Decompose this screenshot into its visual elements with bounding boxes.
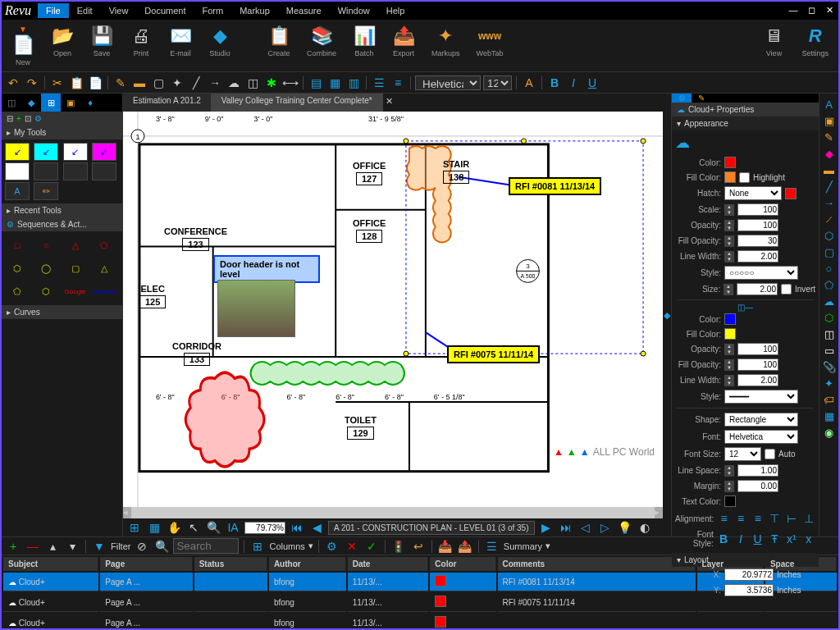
tab-properties[interactable]: ⚙ bbox=[672, 94, 692, 103]
panel-divider[interactable]: ◆ bbox=[663, 94, 671, 536]
markups-button[interactable]: ✦Markups bbox=[425, 23, 467, 68]
menu-view[interactable]: View bbox=[101, 3, 137, 18]
remove-markup[interactable]: — bbox=[25, 538, 41, 555]
highlight-check[interactable] bbox=[739, 172, 750, 183]
search-input[interactable] bbox=[173, 538, 239, 554]
create-button[interactable]: 📋Create bbox=[261, 23, 297, 68]
collapse-markup[interactable]: ▾ bbox=[64, 538, 80, 555]
tool-stamps[interactable]: ✦ bbox=[169, 75, 185, 91]
reply-icon[interactable]: ↩ bbox=[410, 538, 427, 555]
nav-select[interactable]: ↖ bbox=[185, 519, 202, 536]
align-left-button[interactable]: ▤ bbox=[308, 75, 324, 91]
shape-pent-y[interactable]: ⬠ bbox=[5, 281, 30, 302]
align-m[interactable]: ⊢ bbox=[785, 510, 799, 527]
tab-bookmarks[interactable]: ◆ bbox=[21, 94, 41, 112]
vtab-8[interactable]: ⟋ bbox=[822, 212, 837, 226]
minimize-button[interactable]: — bbox=[788, 5, 799, 16]
vtab-19[interactable]: 🏷 bbox=[822, 392, 837, 407]
align-c[interactable]: ≡ bbox=[734, 510, 748, 527]
style2-select[interactable]: ━━━━ bbox=[724, 390, 798, 404]
margin-input[interactable] bbox=[737, 480, 778, 492]
next-page[interactable]: ▶ bbox=[538, 519, 555, 536]
col-comments[interactable]: Comments bbox=[498, 557, 696, 571]
vtab-21[interactable]: ◉ bbox=[822, 425, 837, 440]
tab-edit[interactable]: ✎ bbox=[692, 94, 711, 103]
tool-3[interactable]: ↙ bbox=[63, 143, 88, 161]
vtab-12[interactable]: ⬠ bbox=[822, 277, 837, 292]
nav-zoom[interactable]: 🔍 bbox=[205, 519, 221, 536]
col-author[interactable]: Author bbox=[269, 557, 346, 571]
fontsize-select[interactable]: 12 bbox=[724, 447, 761, 461]
shape-hex-y[interactable]: ⬡ bbox=[5, 258, 30, 279]
tool-callout[interactable]: ◫ bbox=[244, 75, 261, 91]
gear-icon[interactable]: ⚙ bbox=[34, 114, 42, 123]
vtab-11[interactable]: ○ bbox=[822, 261, 837, 276]
vtab-3[interactable]: ✎ bbox=[822, 130, 837, 144]
first-page[interactable]: ⏮ bbox=[289, 519, 305, 536]
menu-document[interactable]: Document bbox=[136, 3, 194, 18]
my-tools-header[interactable]: ▸ My Tools bbox=[2, 126, 122, 139]
tool-4[interactable]: ↙ bbox=[92, 143, 116, 161]
open-button[interactable]: 📂Open bbox=[44, 23, 80, 68]
align-t[interactable]: ⊤ bbox=[768, 510, 782, 527]
tool-text[interactable]: A bbox=[5, 182, 30, 200]
hatch-color[interactable] bbox=[785, 188, 797, 199]
undo-button[interactable]: ↶ bbox=[5, 75, 21, 91]
bluebeam-link[interactable]: Blubeam bbox=[92, 281, 116, 302]
appearance-header[interactable]: ▾ Appearance bbox=[672, 116, 819, 130]
nav-split[interactable]: ⊞ bbox=[126, 519, 143, 536]
menu-window[interactable]: Window bbox=[330, 3, 378, 18]
search-icon[interactable]: 🔍 bbox=[153, 538, 170, 555]
tool-arrow[interactable]: → bbox=[207, 75, 223, 91]
paste-button[interactable]: 📄 bbox=[87, 75, 103, 91]
shape-pentagon[interactable]: ⬠ bbox=[92, 235, 116, 256]
rfi-callout-1[interactable]: RFI #0081 11/13/14 bbox=[509, 177, 601, 195]
bold-button[interactable]: B bbox=[546, 75, 563, 91]
hatch-select[interactable]: None bbox=[724, 186, 782, 200]
rfi-callout-2[interactable]: RFI #0075 11/11/14 bbox=[447, 345, 540, 363]
vtab-6[interactable]: ╱ bbox=[822, 179, 837, 194]
export-icon[interactable]: 📤 bbox=[457, 538, 473, 555]
nav-fwd[interactable]: ▷ bbox=[597, 519, 614, 536]
gear-icon2[interactable]: ⚙ bbox=[324, 538, 340, 555]
shape-tri-y[interactable]: △ bbox=[92, 258, 116, 279]
vtab-1[interactable]: A bbox=[822, 97, 837, 112]
font-select-prop[interactable]: Helvetica bbox=[724, 430, 798, 444]
layout-header[interactable]: ▾ Layout bbox=[672, 553, 819, 567]
vtab-20[interactable]: ▦ bbox=[822, 409, 837, 423]
fs-bold[interactable]: B bbox=[717, 531, 731, 547]
shape-select[interactable]: Rectangle bbox=[724, 413, 798, 427]
studio-button[interactable]: ◆Studio bbox=[202, 23, 238, 68]
fillcolor2-swatch[interactable] bbox=[724, 328, 736, 340]
underline-button[interactable]: U bbox=[584, 75, 600, 91]
note-callout[interactable]: Door header is not level bbox=[213, 255, 320, 283]
style-select[interactable]: ○○○○○ bbox=[724, 266, 798, 280]
batch-button[interactable]: 📊Batch bbox=[346, 23, 382, 68]
new-button[interactable]: ▼📄New bbox=[5, 23, 41, 68]
tool-5[interactable] bbox=[5, 162, 30, 180]
fs-italic[interactable]: I bbox=[733, 531, 747, 547]
nav-pan[interactable]: ✋ bbox=[166, 519, 182, 536]
tool-7[interactable] bbox=[63, 162, 88, 180]
opacity-input[interactable] bbox=[737, 219, 778, 231]
menu-measure[interactable]: Measure bbox=[278, 3, 330, 18]
nav-view[interactable]: ▦ bbox=[146, 519, 162, 536]
tab-thumbnails[interactable]: ◫ bbox=[2, 94, 21, 112]
fs-under[interactable]: U bbox=[751, 531, 765, 547]
font-color-button[interactable]: A bbox=[521, 75, 537, 91]
combine-button[interactable]: 📚Combine bbox=[300, 23, 343, 68]
align-center-button[interactable]: ▦ bbox=[326, 75, 343, 91]
font-family-select[interactable]: Helvetica bbox=[415, 75, 481, 90]
tab-tools[interactable]: ⊞ bbox=[41, 94, 61, 112]
clear-filter[interactable]: ⊘ bbox=[134, 538, 150, 555]
doc-tab-1[interactable]: Estimation A 201.2 bbox=[123, 94, 212, 112]
filter-icon[interactable]: ▼ bbox=[91, 538, 107, 555]
vtab-10[interactable]: ▢ bbox=[822, 244, 837, 259]
tool-1[interactable]: ↙ bbox=[5, 143, 30, 161]
drawing-canvas[interactable]: 1 3' - 8" 9' - 0" 3' - 0" 31' - 9 5/8" 6… bbox=[123, 112, 663, 507]
print-button[interactable]: 🖨Print bbox=[123, 23, 159, 68]
last-page[interactable]: ⏭ bbox=[558, 519, 574, 536]
recent-tools-header[interactable]: ▸ Recent Tools bbox=[2, 203, 122, 217]
expand-markup[interactable]: ▴ bbox=[44, 538, 61, 555]
sequences-header[interactable]: ⚙ Sequences & Act... bbox=[2, 217, 122, 231]
